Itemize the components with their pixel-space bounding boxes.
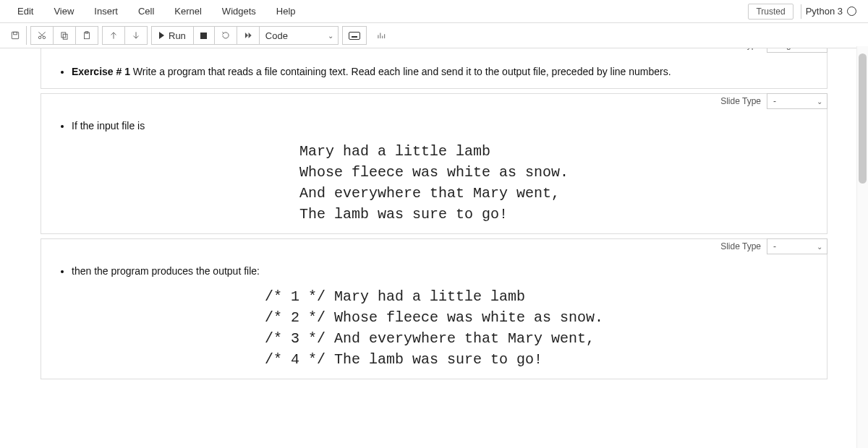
celltype-select[interactable]: Code ⌄ [259,26,339,45]
divider [801,4,801,19]
chevron-down-icon: ⌄ [817,48,822,49]
save-button[interactable] [4,26,27,45]
slide-type-value: Fragment [773,48,810,50]
fast-forward-icon [243,30,253,40]
copy-button[interactable] [53,26,76,45]
slideshow-button[interactable] [370,26,392,45]
menu-help[interactable]: Help [266,3,306,20]
run-all-button[interactable] [237,26,260,45]
markdown-cell[interactable]: Slide Type Fragment ⌄ Exercise # 1 Write… [41,48,827,89]
trusted-badge[interactable]: Trusted [748,4,793,20]
list-item: Exercise # 1 Write a program that reads … [72,64,817,79]
svg-rect-4 [61,33,66,38]
chevron-down-icon: ⌄ [817,98,822,105]
play-icon [159,32,164,39]
svg-rect-1 [14,32,17,35]
slide-type-select[interactable]: - ⌄ [767,238,827,254]
menu-kernel[interactable]: Kernel [164,3,212,20]
menu-insert[interactable]: Insert [84,3,128,20]
run-label: Run [169,30,186,41]
exercise-label: Exercise # 1 [72,66,130,77]
code-sample: Mary had a little lamb Whose fleece was … [299,141,569,225]
celltype-value: Code [265,30,288,41]
svg-rect-5 [63,34,67,39]
slide-type-control: Slide Type - ⌄ [720,93,827,109]
copy-icon [59,30,69,40]
run-button[interactable]: Run [151,26,194,45]
menu-view[interactable]: View [43,3,84,20]
slide-type-select[interactable]: - ⌄ [767,93,827,109]
menu-edit[interactable]: Edit [7,3,43,20]
exercise-text: Write a program that reads a file contai… [130,66,671,77]
chevron-down-icon: ⌄ [817,243,822,251]
bar-chart-icon [376,30,386,40]
command-palette-button[interactable] [342,26,367,45]
slide-type-control: Slide Type Fragment ⌄ [720,48,827,53]
slide-type-select[interactable]: Fragment ⌄ [767,48,827,53]
list-item: then the program produces the output fil… [72,264,817,279]
slide-type-value: - [773,96,776,106]
chevron-down-icon: ⌄ [328,32,333,40]
notebook-area: Slide Type Fragment ⌄ Exercise # 1 Write… [0,48,868,448]
kernel-name: Python 3 [806,6,843,17]
menubar: Edit View Insert Cell Kernel Widgets Hel… [0,0,868,23]
keyboard-icon [349,32,360,40]
arrow-up-icon [109,30,119,40]
clipboard-icon [82,30,92,40]
scissors-icon [37,30,47,40]
kernel-indicator[interactable]: Python 3 [801,4,861,19]
stop-icon [200,33,207,39]
move-down-button[interactable] [124,26,148,45]
arrow-down-icon [131,30,141,40]
markdown-cell[interactable]: Slide Type - ⌄ If the input file is Mary… [41,93,827,234]
save-icon [10,30,20,40]
slide-type-label: Slide Type [720,96,762,106]
slide-type-value: - [773,241,776,251]
restart-button[interactable] [214,26,237,45]
paste-button[interactable] [75,26,98,45]
svg-rect-0 [12,32,18,38]
slide-type-label: Slide Type [720,241,762,251]
kernel-status-icon [847,7,856,16]
list-item: If the input file is [72,119,817,134]
move-up-button[interactable] [102,26,125,45]
scrollbar-thumb[interactable] [859,53,867,184]
menu-widgets[interactable]: Widgets [212,3,266,20]
code-sample: /* 1 */ Mary had a little lamb /* 2 */ W… [265,286,603,370]
cut-button[interactable] [30,26,54,45]
toolbar: Run Code ⌄ [0,23,868,48]
restart-icon [221,30,231,40]
interrupt-button[interactable] [193,26,215,45]
slide-type-label: Slide Type [720,48,762,50]
vertical-scrollbar[interactable] [856,46,868,448]
markdown-cell[interactable]: Slide Type - ⌄ then the program produces… [41,238,827,379]
slide-type-control: Slide Type - ⌄ [720,238,827,254]
menu-cell[interactable]: Cell [128,3,164,20]
